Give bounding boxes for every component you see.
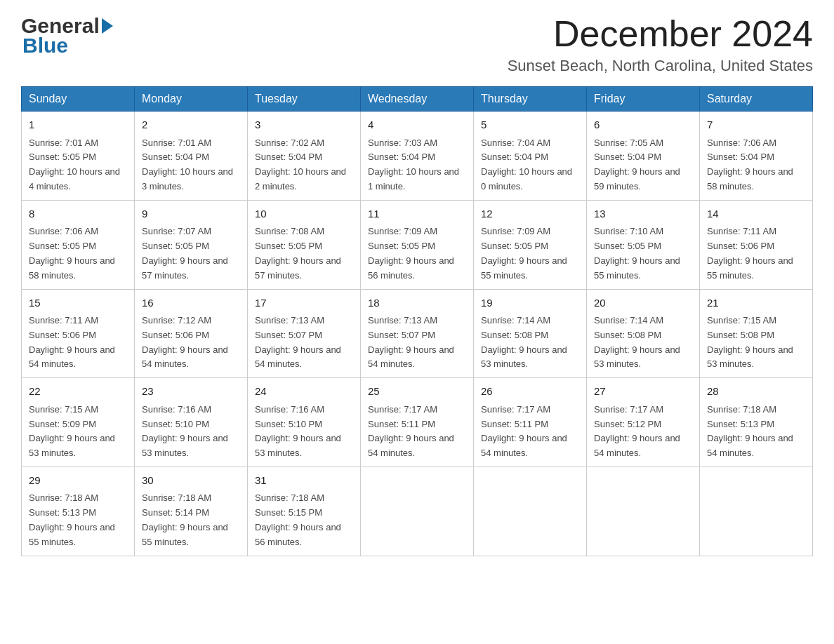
calendar-cell: 6 Sunrise: 7:05 AMSunset: 5:04 PMDayligh… [587, 112, 700, 201]
week-row-5: 29 Sunrise: 7:18 AMSunset: 5:13 PMDaylig… [22, 467, 813, 556]
month-title: December 2024 [508, 14, 813, 54]
calendar-cell: 15 Sunrise: 7:11 AMSunset: 5:06 PMDaylig… [22, 289, 135, 378]
day-info: Sunrise: 7:01 AMSunset: 5:05 PMDaylight:… [29, 137, 120, 192]
day-number: 28 [707, 384, 805, 400]
day-number: 20 [594, 295, 692, 311]
day-number: 23 [142, 384, 240, 400]
calendar-cell: 12 Sunrise: 7:09 AMSunset: 5:05 PMDaylig… [474, 200, 587, 289]
calendar-cell: 16 Sunrise: 7:12 AMSunset: 5:06 PMDaylig… [135, 289, 248, 378]
day-info: Sunrise: 7:06 AMSunset: 5:05 PMDaylight:… [29, 226, 115, 280]
day-number: 19 [481, 295, 579, 311]
day-number: 7 [707, 117, 805, 133]
day-number: 12 [481, 206, 579, 222]
header-monday: Monday [135, 87, 248, 112]
day-info: Sunrise: 7:15 AMSunset: 5:09 PMDaylight:… [29, 404, 115, 458]
day-number: 4 [368, 117, 466, 133]
day-number: 2 [142, 117, 240, 133]
calendar-cell: 13 Sunrise: 7:10 AMSunset: 5:05 PMDaylig… [587, 200, 700, 289]
calendar-cell: 10 Sunrise: 7:08 AMSunset: 5:05 PMDaylig… [248, 200, 361, 289]
day-number: 18 [368, 295, 466, 311]
day-number: 8 [29, 206, 127, 222]
day-number: 3 [255, 117, 353, 133]
day-info: Sunrise: 7:17 AMSunset: 5:11 PMDaylight:… [368, 404, 454, 458]
day-number: 22 [29, 384, 127, 400]
header-friday: Friday [587, 87, 700, 112]
calendar-cell: 19 Sunrise: 7:14 AMSunset: 5:08 PMDaylig… [474, 289, 587, 378]
calendar-cell: 29 Sunrise: 7:18 AMSunset: 5:13 PMDaylig… [22, 467, 135, 556]
day-number: 27 [594, 384, 692, 400]
calendar-cell: 28 Sunrise: 7:18 AMSunset: 5:13 PMDaylig… [700, 378, 813, 467]
header-tuesday: Tuesday [248, 87, 361, 112]
day-number: 21 [707, 295, 805, 311]
logo-blue: Blue [22, 34, 68, 58]
calendar-cell: 2 Sunrise: 7:01 AMSunset: 5:04 PMDayligh… [135, 112, 248, 201]
day-info: Sunrise: 7:05 AMSunset: 5:04 PMDaylight:… [594, 137, 680, 192]
header-wednesday: Wednesday [361, 87, 474, 112]
day-info: Sunrise: 7:14 AMSunset: 5:08 PMDaylight:… [594, 315, 680, 369]
calendar-cell: 25 Sunrise: 7:17 AMSunset: 5:11 PMDaylig… [361, 378, 474, 467]
day-number: 15 [29, 295, 127, 311]
calendar-cell: 30 Sunrise: 7:18 AMSunset: 5:14 PMDaylig… [135, 467, 248, 556]
calendar-cell [587, 467, 700, 556]
calendar-cell: 23 Sunrise: 7:16 AMSunset: 5:10 PMDaylig… [135, 378, 248, 467]
day-number: 14 [707, 206, 805, 222]
day-info: Sunrise: 7:16 AMSunset: 5:10 PMDaylight:… [255, 404, 341, 458]
day-info: Sunrise: 7:03 AMSunset: 5:04 PMDaylight:… [368, 137, 459, 192]
header-thursday: Thursday [474, 87, 587, 112]
day-number: 26 [481, 384, 579, 400]
day-info: Sunrise: 7:17 AMSunset: 5:11 PMDaylight:… [481, 404, 567, 458]
logo-arrow-icon [102, 18, 113, 34]
day-number: 10 [255, 206, 353, 222]
calendar-cell [474, 467, 587, 556]
day-number: 1 [29, 117, 127, 133]
day-number: 6 [594, 117, 692, 133]
day-info: Sunrise: 7:14 AMSunset: 5:08 PMDaylight:… [481, 315, 567, 369]
calendar-header-row: SundayMondayTuesdayWednesdayThursdayFrid… [22, 87, 813, 112]
week-row-3: 15 Sunrise: 7:11 AMSunset: 5:06 PMDaylig… [22, 289, 813, 378]
calendar-cell: 1 Sunrise: 7:01 AMSunset: 5:05 PMDayligh… [22, 112, 135, 201]
calendar-cell: 18 Sunrise: 7:13 AMSunset: 5:07 PMDaylig… [361, 289, 474, 378]
day-info: Sunrise: 7:02 AMSunset: 5:04 PMDaylight:… [255, 137, 346, 192]
day-info: Sunrise: 7:12 AMSunset: 5:06 PMDaylight:… [142, 315, 228, 369]
location-title: Sunset Beach, North Carolina, United Sta… [508, 57, 813, 75]
day-info: Sunrise: 7:11 AMSunset: 5:06 PMDaylight:… [29, 315, 115, 369]
calendar-cell: 11 Sunrise: 7:09 AMSunset: 5:05 PMDaylig… [361, 200, 474, 289]
day-info: Sunrise: 7:18 AMSunset: 5:13 PMDaylight:… [707, 404, 793, 458]
week-row-1: 1 Sunrise: 7:01 AMSunset: 5:05 PMDayligh… [22, 112, 813, 201]
day-number: 31 [255, 473, 353, 489]
day-number: 25 [368, 384, 466, 400]
day-number: 30 [142, 473, 240, 489]
day-info: Sunrise: 7:06 AMSunset: 5:04 PMDaylight:… [707, 137, 793, 192]
calendar-cell: 31 Sunrise: 7:18 AMSunset: 5:15 PMDaylig… [248, 467, 361, 556]
logo: General Blue [21, 14, 115, 58]
calendar-cell: 20 Sunrise: 7:14 AMSunset: 5:08 PMDaylig… [587, 289, 700, 378]
calendar-cell: 7 Sunrise: 7:06 AMSunset: 5:04 PMDayligh… [700, 112, 813, 201]
calendar-cell: 21 Sunrise: 7:15 AMSunset: 5:08 PMDaylig… [700, 289, 813, 378]
calendar-cell: 26 Sunrise: 7:17 AMSunset: 5:11 PMDaylig… [474, 378, 587, 467]
day-info: Sunrise: 7:18 AMSunset: 5:15 PMDaylight:… [255, 492, 341, 546]
day-info: Sunrise: 7:13 AMSunset: 5:07 PMDaylight:… [368, 315, 454, 369]
day-number: 29 [29, 473, 127, 489]
day-info: Sunrise: 7:01 AMSunset: 5:04 PMDaylight:… [142, 137, 233, 192]
calendar-cell: 24 Sunrise: 7:16 AMSunset: 5:10 PMDaylig… [248, 378, 361, 467]
day-info: Sunrise: 7:16 AMSunset: 5:10 PMDaylight:… [142, 404, 228, 458]
calendar-cell: 5 Sunrise: 7:04 AMSunset: 5:04 PMDayligh… [474, 112, 587, 201]
calendar-cell: 17 Sunrise: 7:13 AMSunset: 5:07 PMDaylig… [248, 289, 361, 378]
calendar-cell: 22 Sunrise: 7:15 AMSunset: 5:09 PMDaylig… [22, 378, 135, 467]
page-header: General Blue December 2024 Sunset Beach,… [21, 14, 813, 75]
week-row-2: 8 Sunrise: 7:06 AMSunset: 5:05 PMDayligh… [22, 200, 813, 289]
day-info: Sunrise: 7:10 AMSunset: 5:05 PMDaylight:… [594, 226, 680, 280]
day-info: Sunrise: 7:17 AMSunset: 5:12 PMDaylight:… [594, 404, 680, 458]
day-info: Sunrise: 7:11 AMSunset: 5:06 PMDaylight:… [707, 226, 793, 280]
title-section: December 2024 Sunset Beach, North Caroli… [508, 14, 813, 75]
week-row-4: 22 Sunrise: 7:15 AMSunset: 5:09 PMDaylig… [22, 378, 813, 467]
calendar-cell: 27 Sunrise: 7:17 AMSunset: 5:12 PMDaylig… [587, 378, 700, 467]
day-number: 5 [481, 117, 579, 133]
calendar-cell: 3 Sunrise: 7:02 AMSunset: 5:04 PMDayligh… [248, 112, 361, 201]
day-info: Sunrise: 7:09 AMSunset: 5:05 PMDaylight:… [368, 226, 454, 280]
day-number: 9 [142, 206, 240, 222]
day-info: Sunrise: 7:07 AMSunset: 5:05 PMDaylight:… [142, 226, 228, 280]
header-saturday: Saturday [700, 87, 813, 112]
day-info: Sunrise: 7:13 AMSunset: 5:07 PMDaylight:… [255, 315, 341, 369]
header-sunday: Sunday [22, 87, 135, 112]
